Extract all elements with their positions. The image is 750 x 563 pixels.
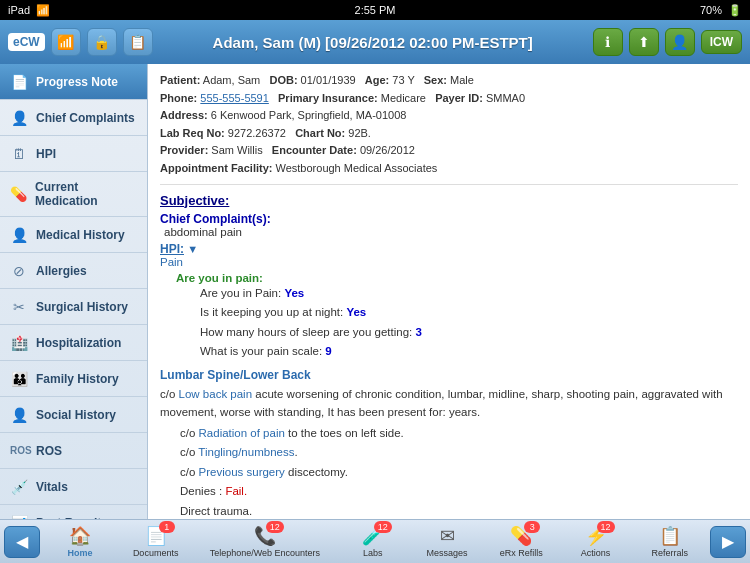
sidebar-label-hospitalization: Hospitalization xyxy=(36,336,121,350)
erx-icon: 💊3 xyxy=(510,525,532,547)
sidebar-label-family-history: Family History xyxy=(36,372,119,386)
patient-address: Address: 6 Kenwood Park, Springfield, MA… xyxy=(160,107,738,125)
sidebar-item-hospitalization[interactable]: 🏥 Hospitalization xyxy=(0,325,147,361)
sidebar-label-medical-history: Medical History xyxy=(36,228,125,242)
documents-label: Documents xyxy=(133,548,179,558)
qa-scale-answer: 9 xyxy=(325,345,331,357)
person-icon[interactable]: 👤 xyxy=(665,28,695,56)
sidebar-item-surgical-history[interactable]: ✂ Surgical History xyxy=(0,289,147,325)
patient-phone: Phone: 555-555-5591 Primary Insurance: M… xyxy=(160,90,738,108)
nav-item-referrals[interactable]: 📋 Referrals xyxy=(642,523,697,560)
actions-badge: 12 xyxy=(597,521,615,533)
lumbar-section: Lumbar Spine/Lower Back c/o Low back pai… xyxy=(160,368,738,519)
phone-link[interactable]: 555-555-5591 xyxy=(200,92,269,104)
hospitalization-icon: 🏥 xyxy=(10,335,28,351)
sidebar-item-past-results[interactable]: 📊 Past Results xyxy=(0,505,147,519)
lumbar-body: c/o Low back pain acute worsening of chr… xyxy=(160,385,738,422)
sidebar-label-current-medication: Current Medication xyxy=(35,180,137,208)
low-back-pain-highlight: Low back pain xyxy=(179,388,253,400)
nav-item-telephone[interactable]: 📞12 Telephone/Web Encounters xyxy=(204,523,326,560)
subjective-title: Subjective: xyxy=(160,193,738,208)
tingling-highlight: Tingling/numbness xyxy=(198,446,294,458)
top-header: eCW 📶 🔒 📋 Adam, Sam (M) [09/26/2012 02:0… xyxy=(0,20,750,64)
lumbar-title: Lumbar Spine/Lower Back xyxy=(160,368,738,382)
nav-item-documents[interactable]: 📄1 Documents xyxy=(127,523,185,560)
hpi-section: HPI: ▼ Pain Are you in pain: Are you in … xyxy=(160,242,738,362)
telephone-icon: 📞12 xyxy=(254,525,276,547)
clipboard-icon[interactable]: 📋 xyxy=(123,28,153,56)
sidebar-item-allergies[interactable]: ⊘ Allergies xyxy=(0,253,147,289)
bottom-nav: ◀ 🏠 Home 📄1 Documents 📞12 Telephone/Web … xyxy=(0,519,750,563)
lock-icon[interactable]: 🔒 xyxy=(87,28,117,56)
labs-badge: 12 xyxy=(374,521,392,533)
messages-icon: ✉ xyxy=(440,525,455,547)
current-medication-icon: 💊 xyxy=(10,186,27,202)
home-label: Home xyxy=(68,548,93,558)
pain-question-header: Are you in pain: xyxy=(176,272,738,284)
hpi-label[interactable]: HPI: xyxy=(160,242,184,256)
sidebar-item-chief-complaints[interactable]: 👤 Chief Complaints xyxy=(0,100,147,136)
actions-label: Actions xyxy=(581,548,611,558)
qa-hours-of-sleep: How many hours of sleep are you getting:… xyxy=(200,323,738,343)
qa-sleep-answer: 3 xyxy=(415,326,421,338)
qa-pain-scale: What is your pain scale: 9 xyxy=(200,342,738,362)
sidebar-item-hpi[interactable]: 🗓 HPI xyxy=(0,136,147,172)
documents-badge: 1 xyxy=(159,521,175,533)
status-bar: iPad 📶 2:55 PM 70% 🔋 xyxy=(0,0,750,20)
sidebar-label-hpi: HPI xyxy=(36,147,56,161)
battery-icon: 🔋 xyxy=(728,4,742,17)
progress-note-icon: 📄 xyxy=(10,74,28,90)
denies-line: Denies : Fail. xyxy=(180,482,738,502)
family-history-icon: 👪 xyxy=(10,371,28,387)
radiation-highlight: Radiation of pain xyxy=(199,427,285,439)
sidebar-item-vitals[interactable]: 💉 Vitals xyxy=(0,469,147,505)
actions-icon: ⚡12 xyxy=(585,525,607,547)
previous-surgery-highlight: Previous surgery xyxy=(199,466,285,478)
chief-complaints-section: Chief Complaint(s): abdominal pain xyxy=(160,212,738,238)
patient-lab: Lab Req No: 9272.26372 Chart No: 92B. xyxy=(160,125,738,143)
share-icon[interactable]: ⬆ xyxy=(629,28,659,56)
ecw-logo: eCW xyxy=(8,33,45,51)
sidebar-item-progress-note[interactable]: 📄 Progress Note xyxy=(0,64,147,100)
icw-button[interactable]: ICW xyxy=(701,30,742,54)
co-radiation: c/o Radiation of pain to the toes on lef… xyxy=(180,424,738,444)
pain-label: Pain xyxy=(160,256,738,268)
sidebar-item-current-medication[interactable]: 💊 Current Medication xyxy=(0,172,147,217)
sidebar-item-medical-history[interactable]: 👤 Medical History xyxy=(0,217,147,253)
surgical-history-icon: ✂ xyxy=(10,299,28,315)
info-icon[interactable]: ℹ xyxy=(593,28,623,56)
back-arrow[interactable]: ◀ xyxy=(4,526,40,558)
sidebar-label-chief-complaints: Chief Complaints xyxy=(36,111,135,125)
nav-item-actions[interactable]: ⚡12 Actions xyxy=(568,523,623,560)
labs-icon: 🧪12 xyxy=(362,525,384,547)
sidebar-label-surgical-history: Surgical History xyxy=(36,300,128,314)
qa-night-answer: Yes xyxy=(346,306,366,318)
sidebar-item-social-history[interactable]: 👤 Social History xyxy=(0,397,147,433)
past-results-icon: 📊 xyxy=(10,515,28,520)
forward-arrow[interactable]: ▶ xyxy=(710,526,746,558)
wifi-toolbar-icon[interactable]: 📶 xyxy=(51,28,81,56)
nav-item-home[interactable]: 🏠 Home xyxy=(53,523,108,560)
nav-item-messages[interactable]: ✉ Messages xyxy=(420,523,475,560)
nav-item-labs[interactable]: 🧪12 Labs xyxy=(345,523,400,560)
patient-facility: Appointment Facility: Westborough Medica… xyxy=(160,160,738,178)
fail-highlight: Fail. xyxy=(225,485,247,497)
sidebar-label-social-history: Social History xyxy=(36,408,116,422)
erx-label: eRx Refills xyxy=(500,548,543,558)
patient-header-title: Adam, Sam (M) [09/26/2012 02:00 PM-ESTPT… xyxy=(159,34,587,51)
nav-item-erx[interactable]: 💊3 eRx Refills xyxy=(494,523,549,560)
social-history-icon: 👤 xyxy=(10,407,28,423)
sidebar-item-family-history[interactable]: 👪 Family History xyxy=(0,361,147,397)
referrals-icon: 📋 xyxy=(659,525,681,547)
ros-icon: ROS xyxy=(10,445,28,456)
hpi-arrow[interactable]: ▼ xyxy=(187,243,198,255)
medical-history-icon: 👤 xyxy=(10,227,28,243)
subjective-section: Subjective: Chief Complaint(s): abdomina… xyxy=(160,193,738,519)
sidebar-label-vitals: Vitals xyxy=(36,480,68,494)
messages-label: Messages xyxy=(427,548,468,558)
home-icon: 🏠 xyxy=(69,525,91,547)
sidebar-item-ros[interactable]: ROS ROS xyxy=(0,433,147,469)
battery-label: 70% xyxy=(700,4,722,16)
labs-label: Labs xyxy=(363,548,383,558)
qa-pain-answer: Yes xyxy=(284,287,304,299)
